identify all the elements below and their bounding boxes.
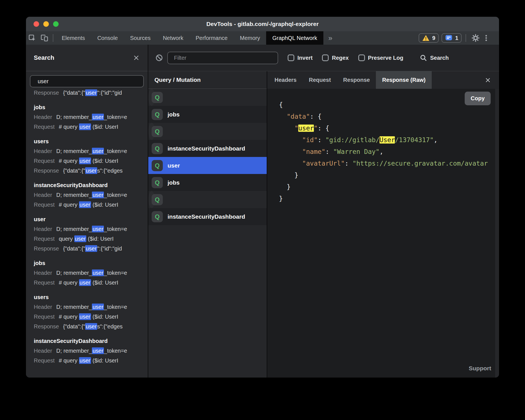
- query-row-user[interactable]: Q user: [148, 89, 155, 106]
- json-line: "id": "gid://gitlab/User/13704317",: [279, 134, 499, 146]
- search-toggle-label: Search: [430, 55, 449, 61]
- filter-input[interactable]: [167, 52, 278, 64]
- detail-tab-bar: Headers Request Response Response (Raw): [267, 71, 499, 89]
- message-icon: [445, 34, 453, 42]
- json-line: "name": "Warren Day",: [279, 146, 499, 157]
- query-row-user-selected[interactable]: Q user: [148, 157, 267, 174]
- search-result-line: Request# query user ($id: UserI: [34, 278, 140, 288]
- invert-checkbox[interactable]: [288, 54, 294, 61]
- tab-console[interactable]: Console: [91, 31, 124, 45]
- query-row-jobs[interactable]: Q jobs: [148, 174, 267, 191]
- regex-checkbox[interactable]: [322, 54, 329, 61]
- search-result-group[interactable]: instanceSecurityDashboard HeaderD; remem…: [34, 180, 140, 210]
- query-type-badge: Q: [152, 92, 163, 103]
- device-toolbar-icon[interactable]: [38, 31, 51, 45]
- search-result-group[interactable]: user HeaderD; remember_user_token=e Requ…: [34, 214, 140, 254]
- result-group-title: jobs: [34, 102, 140, 112]
- query-type-badge: Q: [152, 160, 163, 171]
- issues-badge[interactable]: 1: [442, 33, 462, 43]
- tab-headers[interactable]: Headers: [268, 71, 303, 89]
- search-result-line[interactable]: Response{"data":{"user":{"id":"gid: [34, 88, 140, 98]
- warning-icon: [422, 34, 430, 42]
- search-results-list: Response{"data":{"user":{"id":"gid jobs …: [26, 87, 148, 378]
- json-line: }: [279, 181, 499, 193]
- tab-performance[interactable]: Performance: [190, 31, 234, 45]
- regex-checkbox-label[interactable]: Regex: [332, 55, 349, 61]
- search-result-group[interactable]: users HeaderD; remember_user_token=e Req…: [34, 292, 140, 331]
- tab-sources[interactable]: Sources: [124, 31, 157, 45]
- close-search-panel-icon[interactable]: [133, 54, 140, 61]
- preserve-log-checkbox[interactable]: [358, 54, 365, 61]
- filter-toolbar: Invert Regex Preserve Log Search: [148, 45, 499, 71]
- search-icon: [419, 54, 427, 62]
- search-result-line: Response{"data":{"users":{"edges: [34, 322, 140, 331]
- tab-elements[interactable]: Elements: [56, 31, 91, 45]
- toolbar-divider: [53, 34, 53, 42]
- json-line: "user": {: [279, 122, 499, 134]
- search-result-line: HeaderD; remember_user_token=e: [34, 268, 140, 278]
- devtools-tab-bar: Elements Console Sources Network Perform…: [26, 31, 499, 45]
- search-panel: Search Response{"data":{"user":{"id":"gi…: [26, 45, 148, 378]
- query-type-badge: Q: [152, 177, 163, 188]
- result-group-title: instanceSecurityDashboard: [34, 180, 140, 190]
- query-row-instance-security-dashboard[interactable]: Q instanceSecurityDashboard: [148, 208, 267, 225]
- json-line: "data": {: [279, 111, 499, 122]
- network-content-row: Query / Mutation Q user Q jobs Q users: [148, 71, 499, 378]
- scrollbar-track[interactable]: [495, 89, 499, 378]
- result-group-title: jobs: [34, 258, 140, 268]
- query-type-badge: Q: [152, 143, 163, 154]
- clear-block-icon[interactable]: [155, 54, 163, 62]
- json-line: }: [279, 169, 499, 181]
- search-result-line: HeaderD; remember_user_token=e: [34, 112, 140, 122]
- search-toggle[interactable]: Search: [419, 54, 449, 62]
- inspect-element-icon[interactable]: [26, 31, 38, 45]
- toolbar-divider: [466, 34, 466, 42]
- query-row-users[interactable]: Q users: [148, 191, 155, 208]
- search-result-line: Request# query user ($id: UserI: [34, 312, 140, 322]
- close-detail-panel-icon[interactable]: [485, 77, 491, 83]
- tab-graphql-network[interactable]: GraphQL Network: [266, 31, 323, 45]
- tab-response[interactable]: Response: [337, 71, 376, 89]
- more-tabs-chevron-icon[interactable]: »: [323, 31, 337, 45]
- search-result-group[interactable]: users HeaderD; remember_user_token=e Req…: [34, 137, 140, 176]
- devtools-main: Search Response{"data":{"user":{"id":"gi…: [26, 45, 499, 378]
- preserve-log-checkbox-group: Preserve Log: [358, 54, 404, 61]
- search-result-line: HeaderD; remember_user_token=e: [34, 302, 140, 312]
- search-result-group[interactable]: jobs HeaderD; remember_user_token=e Requ…: [34, 258, 140, 288]
- query-mutation-panel: Query / Mutation Q user Q jobs Q users: [148, 71, 267, 378]
- tab-network[interactable]: Network: [157, 31, 189, 45]
- preserve-log-checkbox-label[interactable]: Preserve Log: [368, 55, 404, 61]
- query-type-badge: Q: [152, 211, 163, 222]
- search-result-line: HeaderD; remember_user_token=e: [34, 224, 140, 234]
- invert-checkbox-label[interactable]: Invert: [297, 55, 312, 61]
- kebab-menu-icon[interactable]: [481, 34, 491, 42]
- search-result-line: Request# query user ($id: UserI: [34, 356, 140, 366]
- warnings-badge[interactable]: 9: [419, 33, 439, 43]
- search-result-line: HeaderD; remember_user_token=e: [34, 346, 140, 356]
- tab-memory[interactable]: Memory: [234, 31, 266, 45]
- issues-count: 1: [455, 35, 458, 41]
- search-result-line: Request# query user ($id: UserI: [34, 122, 140, 132]
- search-result-group[interactable]: instanceSecurityDashboard HeaderD; remem…: [34, 336, 140, 366]
- search-result-line: Response{"data":{"users":{"edges: [34, 166, 140, 176]
- copy-button[interactable]: Copy: [465, 92, 491, 105]
- search-result-line: Request# query user ($id: UserI: [34, 200, 140, 210]
- search-result-line: HeaderD; remember_user_token=e: [34, 190, 140, 200]
- support-link[interactable]: Support: [469, 362, 491, 374]
- search-input[interactable]: [30, 75, 144, 87]
- query-row-instance-security-dashboard[interactable]: Q instanceSecurityDashboard: [148, 140, 267, 157]
- tab-response-raw[interactable]: Response (Raw): [376, 71, 432, 89]
- query-row-users[interactable]: Q users: [148, 123, 155, 140]
- result-group-title: instanceSecurityDashboard: [34, 336, 140, 346]
- search-panel-title: Search: [34, 54, 133, 61]
- search-result-line: Request# query user ($id: UserI: [34, 156, 140, 166]
- network-panel-wrap: Invert Regex Preserve Log Search: [148, 45, 499, 378]
- settings-gear-icon[interactable]: [470, 34, 481, 42]
- search-result-line: Requestquery user ($id: UserI: [34, 234, 140, 244]
- result-group-title: users: [34, 137, 140, 146]
- search-result-group[interactable]: jobs HeaderD; remember_user_token=e Requ…: [34, 102, 140, 132]
- warnings-count: 9: [432, 35, 435, 41]
- query-row-jobs[interactable]: Q jobs: [148, 106, 267, 123]
- tab-request[interactable]: Request: [303, 71, 337, 89]
- title-bar: DevTools - gitlab.com/-/graphql-explorer: [26, 17, 499, 31]
